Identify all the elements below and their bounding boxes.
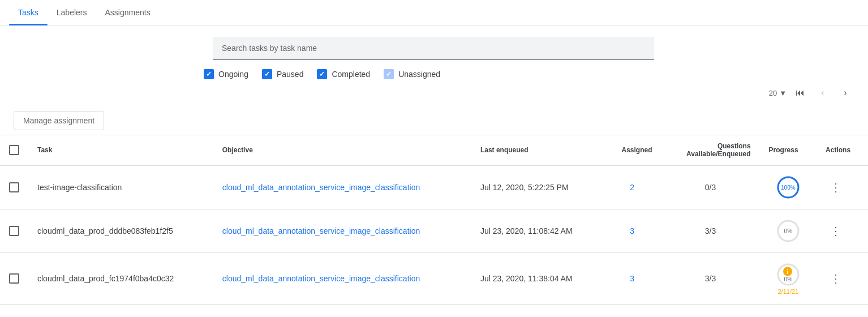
main-content: ✓ Ongoing ✓ Paused ✓ Completed ✓ Unassig… — [0, 25, 868, 316]
row-checkbox-1[interactable] — [9, 226, 19, 236]
progress-wrap: 0% — [769, 219, 807, 243]
progress-cell: i0% 2/11/21 — [760, 253, 817, 305]
table-header-row: Task Objective Last enqueued Assigned Qu… — [0, 135, 868, 166]
manage-assignment-button[interactable]: Manage assignment — [14, 111, 104, 130]
filters-bar: ✓ Ongoing ✓ Paused ✓ Completed ✓ Unassig… — [204, 69, 868, 79]
paused-label: Paused — [277, 70, 303, 79]
last-enqueued: Jul 12, 2020, 5:22:25 PM — [471, 165, 603, 209]
col-objective: Objective — [213, 135, 471, 166]
progress-circle: 0% — [776, 219, 801, 243]
page-size-arrow: ▼ — [779, 89, 787, 97]
action-menu-button[interactable]: ⋮ — [826, 222, 846, 239]
unassigned-label: Unassigned — [398, 70, 440, 79]
progress-sub: 2/11/21 — [777, 288, 798, 295]
action-menu-button[interactable]: ⋮ — [826, 179, 846, 196]
page-size-selector[interactable]: 20 ▼ — [769, 89, 787, 97]
progress-cell: 0% — [760, 209, 817, 253]
actions-cell: ⋮ — [817, 165, 868, 209]
actions-cell: ⋮ — [817, 209, 868, 253]
col-actions: Actions — [817, 135, 868, 166]
col-last-enqueued: Last enqueued — [471, 135, 603, 166]
task-objective[interactable]: cloud_ml_data_annotation_service_image_c… — [213, 253, 471, 305]
col-questions: QuestionsAvailable/Enqueued — [661, 135, 760, 166]
progress-label: 100% — [781, 185, 796, 191]
tasks-table-container: Task Objective Last enqueued Assigned Qu… — [0, 135, 868, 305]
info-icon: i — [783, 267, 792, 276]
select-all-checkbox[interactable] — [9, 145, 19, 155]
col-progress: Progress — [760, 135, 817, 166]
table-row: cloudml_data_prod_dddbe083feb1f2f5cloud_… — [0, 209, 868, 253]
row-checkbox-2[interactable] — [9, 273, 19, 284]
actions-cell: ⋮ — [817, 253, 868, 305]
task-name: cloudml_data_prod_dddbe083feb1f2f5 — [28, 209, 213, 253]
task-name: test-image-classification — [28, 165, 213, 209]
task-objective[interactable]: cloud_ml_data_annotation_service_image_c… — [213, 209, 471, 253]
completed-label: Completed — [332, 70, 370, 79]
prev-page-button[interactable]: ‹ — [814, 84, 832, 102]
progress-cell: 100% — [760, 165, 817, 209]
col-task: Task — [28, 135, 213, 166]
pagination-bar: 20 ▼ ⏮ ‹ › — [0, 79, 868, 106]
filter-completed: ✓ Completed — [317, 69, 370, 79]
filter-ongoing: ✓ Ongoing — [204, 69, 248, 79]
progress-circle: 100% — [776, 175, 801, 200]
search-area — [204, 37, 656, 60]
assigned-count[interactable]: 3 — [603, 209, 661, 253]
paused-checkbox[interactable]: ✓ — [262, 69, 272, 79]
tab-assignments[interactable]: Assignments — [96, 0, 160, 25]
col-assigned: Assigned — [603, 135, 661, 166]
filter-paused: ✓ Paused — [262, 69, 303, 79]
questions-available: 0/3 — [661, 165, 760, 209]
last-enqueued: Jul 23, 2020, 11:08:42 AM — [471, 209, 603, 253]
tab-labelers[interactable]: Labelers — [48, 0, 96, 25]
manage-btn-area: Manage assignment — [0, 106, 868, 135]
first-page-button[interactable]: ⏮ — [791, 84, 809, 102]
row-checkbox-0[interactable] — [9, 182, 19, 192]
questions-available: 3/3 — [661, 209, 760, 253]
questions-available: 3/3 — [661, 253, 760, 305]
action-menu-button[interactable]: ⋮ — [826, 270, 846, 287]
page-size-value: 20 — [769, 89, 777, 97]
progress-circle: i0% — [776, 262, 801, 287]
tabs-bar: Tasks Labelers Assignments — [0, 0, 868, 25]
next-page-button[interactable]: › — [836, 84, 854, 102]
task-name: cloudml_data_prod_fc1974f0ba4c0c32 — [28, 253, 213, 305]
progress-wrap: i0% 2/11/21 — [769, 262, 807, 295]
assigned-count[interactable]: 3 — [603, 253, 661, 305]
search-input[interactable] — [213, 37, 654, 60]
progress-label: 0% — [784, 228, 792, 234]
ongoing-checkbox[interactable]: ✓ — [204, 69, 214, 79]
progress-label: i0% — [782, 267, 794, 282]
table-row: test-image-classificationcloud_ml_data_a… — [0, 165, 868, 209]
filter-unassigned: ✓ Unassigned — [384, 69, 440, 79]
tasks-table: Task Objective Last enqueued Assigned Qu… — [0, 135, 868, 305]
table-row: cloudml_data_prod_fc1974f0ba4c0c32cloud_… — [0, 253, 868, 305]
progress-wrap: 100% — [769, 175, 807, 200]
task-objective[interactable]: cloud_ml_data_annotation_service_image_c… — [213, 165, 471, 209]
completed-checkbox[interactable]: ✓ — [317, 69, 327, 79]
select-all-header[interactable] — [0, 135, 28, 166]
unassigned-checkbox[interactable]: ✓ — [384, 69, 394, 79]
assigned-count[interactable]: 2 — [603, 165, 661, 209]
ongoing-label: Ongoing — [218, 70, 248, 79]
tab-tasks[interactable]: Tasks — [9, 0, 48, 25]
last-enqueued: Jul 23, 2020, 11:38:04 AM — [471, 253, 603, 305]
